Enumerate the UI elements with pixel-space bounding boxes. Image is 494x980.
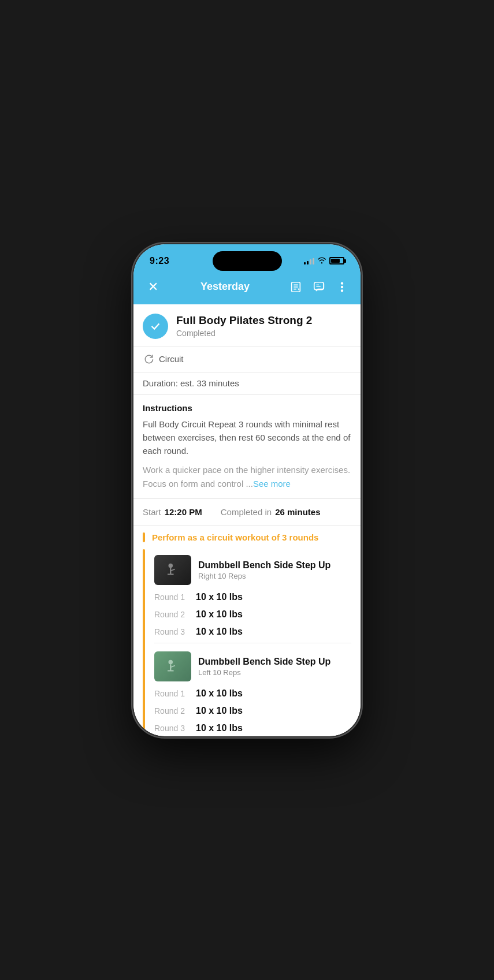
exercise-thumbnail bbox=[154, 555, 191, 585]
duration-row: Duration: est. 33 minutes bbox=[133, 372, 361, 395]
see-more-link[interactable]: See more bbox=[253, 479, 291, 489]
round-label: Round 1 bbox=[154, 593, 196, 602]
exercise-thumbnail bbox=[154, 651, 191, 681]
completed-icon bbox=[143, 314, 168, 339]
round-row: Round 1 10 x 10 lbs bbox=[154, 685, 361, 702]
round-row: Round 3 10 x 10 lbs bbox=[154, 720, 361, 733]
round-label: Round 1 bbox=[154, 689, 196, 698]
start-label: Start bbox=[143, 507, 161, 517]
exercise-info: Dumbbell Bench Side Step Up Left 10 Reps bbox=[198, 656, 330, 677]
round-label: Round 3 bbox=[154, 724, 196, 733]
completed-in-stat: Completed in 26 minutes bbox=[221, 507, 321, 517]
phone-frame: 9:23 bbox=[133, 244, 361, 736]
status-icons bbox=[304, 256, 344, 266]
exercise-detail: Left 10 Reps bbox=[198, 668, 330, 677]
workout-status: Completed bbox=[176, 329, 312, 338]
notes-button[interactable] bbox=[287, 278, 305, 296]
instructions-title: Instructions bbox=[143, 403, 351, 413]
instructions-body: Full Body Circuit Repeat 3 rounds with m… bbox=[143, 418, 351, 458]
round-label: Round 3 bbox=[154, 627, 196, 636]
stats-row: Start 12:20 PM Completed in 26 minutes bbox=[133, 499, 361, 526]
exercise-left-bar bbox=[143, 549, 145, 733]
exercise-item: Dumbbell Bench Side Step Up Left 10 Reps… bbox=[143, 646, 361, 733]
completed-in-value: 26 minutes bbox=[275, 507, 320, 517]
workout-title: Full Body Pilates Strong 2 bbox=[176, 314, 312, 327]
exercise-header: Dumbbell Bench Side Step Up Left 10 Reps bbox=[154, 646, 361, 685]
dynamic-island bbox=[213, 251, 282, 271]
exercise-name: Dumbbell Bench Side Step Up bbox=[198, 560, 330, 571]
svg-point-8 bbox=[341, 286, 343, 288]
close-button[interactable]: ✕ bbox=[143, 280, 164, 295]
round-value: 10 x 10 lbs bbox=[196, 592, 243, 602]
duration-text: Duration: est. 33 minutes bbox=[143, 378, 239, 388]
round-value: 10 x 10 lbs bbox=[196, 688, 243, 699]
round-value: 10 x 10 lbs bbox=[196, 706, 243, 716]
round-row: Round 2 10 x 10 lbs bbox=[154, 606, 361, 623]
signal-icon bbox=[304, 258, 314, 264]
workout-title-section: Full Body Pilates Strong 2 Completed bbox=[133, 304, 361, 346]
round-value: 10 x 10 lbs bbox=[196, 627, 243, 637]
more-button[interactable] bbox=[333, 278, 351, 296]
svg-point-9 bbox=[341, 290, 343, 292]
battery-fill bbox=[331, 259, 340, 263]
circuit-banner-text: Perform as a circuit workout of 3 rounds bbox=[152, 532, 318, 542]
exercises-section: Dumbbell Bench Side Step Up Right 10 Rep… bbox=[133, 549, 361, 733]
exercise-item: Dumbbell Bench Side Step Up Right 10 Rep… bbox=[143, 549, 361, 643]
exercise-header: Dumbbell Bench Side Step Up Right 10 Rep… bbox=[154, 549, 361, 588]
completed-in-label: Completed in bbox=[221, 507, 272, 517]
exercise-name: Dumbbell Bench Side Step Up bbox=[198, 656, 330, 667]
comment-button[interactable] bbox=[310, 278, 328, 296]
svg-point-15 bbox=[169, 660, 173, 665]
start-stat: Start 12:20 PM bbox=[143, 507, 202, 517]
header-title: Yesterday bbox=[200, 281, 250, 293]
content-area: Full Body Pilates Strong 2 Completed Cir… bbox=[133, 304, 361, 733]
start-value: 12:20 PM bbox=[165, 507, 202, 517]
svg-point-7 bbox=[341, 282, 343, 284]
svg-rect-4 bbox=[314, 282, 324, 289]
exercise-info: Dumbbell Bench Side Step Up Right 10 Rep… bbox=[198, 560, 330, 580]
header-actions bbox=[287, 278, 351, 296]
round-value: 10 x 10 lbs bbox=[196, 609, 243, 620]
wifi-icon bbox=[317, 256, 326, 266]
workout-title-text: Full Body Pilates Strong 2 Completed bbox=[176, 314, 312, 338]
divider bbox=[154, 643, 351, 643]
round-label: Round 2 bbox=[154, 610, 196, 619]
instructions-extra: Work a quicker pace on the higher intens… bbox=[143, 463, 351, 490]
circuit-row: Circuit bbox=[133, 346, 361, 372]
round-row: Round 3 10 x 10 lbs bbox=[154, 623, 361, 640]
phone-screen: 9:23 bbox=[133, 244, 361, 736]
circuit-banner: Perform as a circuit workout of 3 rounds bbox=[133, 526, 361, 549]
status-time: 9:23 bbox=[150, 256, 169, 266]
exercise-detail: Right 10 Reps bbox=[198, 572, 330, 580]
round-value: 10 x 10 lbs bbox=[196, 723, 243, 733]
round-row: Round 2 10 x 10 lbs bbox=[154, 702, 361, 720]
instructions-section: Instructions Full Body Circuit Repeat 3 … bbox=[133, 395, 361, 499]
circuit-refresh-icon bbox=[143, 353, 154, 365]
round-label: Round 2 bbox=[154, 706, 196, 716]
battery-icon bbox=[329, 257, 344, 264]
circuit-label: Circuit bbox=[159, 354, 184, 364]
app-header: ✕ Yesterday bbox=[133, 273, 361, 304]
circuit-yellow-bar bbox=[143, 532, 145, 542]
round-row: Round 1 10 x 10 lbs bbox=[154, 588, 361, 606]
svg-point-10 bbox=[169, 564, 173, 568]
